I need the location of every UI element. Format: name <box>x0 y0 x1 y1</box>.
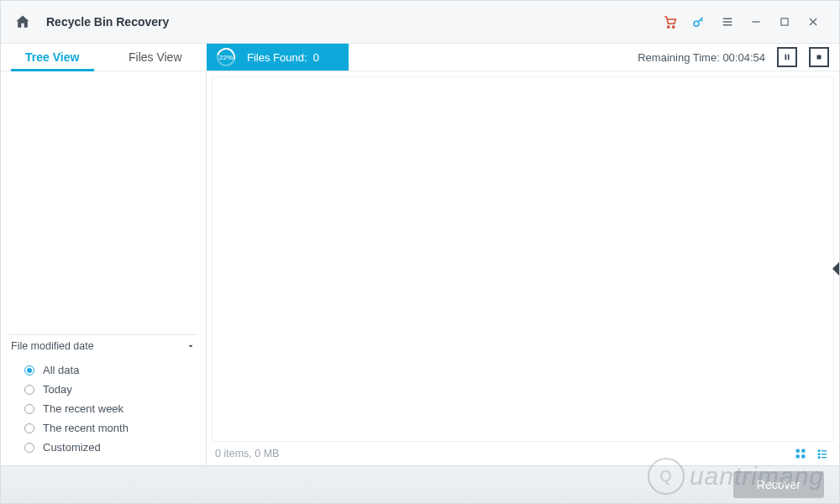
svg-point-0 <box>668 26 669 28</box>
svg-rect-3 <box>781 18 788 25</box>
filter-option[interactable]: The recent week <box>24 399 194 418</box>
filter-option[interactable]: Today <box>24 380 194 399</box>
svg-rect-9 <box>796 454 800 458</box>
svg-point-2 <box>694 21 699 26</box>
svg-rect-10 <box>801 454 805 458</box>
svg-rect-8 <box>801 449 805 453</box>
pause-button[interactable] <box>777 47 797 67</box>
chevron-down-icon <box>186 341 196 351</box>
filter-option-label: Customized <box>43 441 101 454</box>
svg-rect-11 <box>818 449 821 452</box>
radio-icon <box>24 443 34 453</box>
content-area: 0 items, 0 MB <box>207 71 839 465</box>
status-summary: 0 items, 0 MB <box>215 448 279 459</box>
stop-button[interactable] <box>809 47 829 67</box>
filter-option-label: The recent month <box>43 422 129 434</box>
remaining-time: Remaining Time: 00:04:54 <box>638 44 839 71</box>
recover-button[interactable]: Recover <box>733 471 824 498</box>
filter-option-label: Today <box>43 383 72 396</box>
radio-icon <box>24 365 34 375</box>
tree-area <box>1 71 206 331</box>
svg-rect-16 <box>822 457 827 458</box>
tab-files-view[interactable]: Files View <box>104 44 207 71</box>
filter-option-label: All data <box>43 364 79 376</box>
filter-option[interactable]: Customized <box>24 438 194 457</box>
filter-option[interactable]: The recent month <box>24 418 194 438</box>
radio-icon <box>24 423 34 433</box>
filter-title: File modified date <box>11 340 94 352</box>
radio-icon <box>24 404 34 414</box>
maximize-button[interactable] <box>772 9 797 34</box>
cart-icon[interactable] <box>658 9 683 34</box>
collapse-panel-icon[interactable] <box>832 262 839 276</box>
page-title: Recycle Bin Recovery <box>46 15 169 29</box>
progress-ring-icon: 22% <box>217 48 235 66</box>
title-bar: Recycle Bin Recovery <box>1 1 839 44</box>
svg-rect-4 <box>785 55 787 60</box>
grid-view-icon[interactable] <box>792 445 809 462</box>
files-found-label: Files Found: 0 <box>247 51 319 64</box>
sidebar: File modified date All dataTodayThe rece… <box>1 71 207 465</box>
svg-rect-15 <box>818 456 821 459</box>
list-view-icon[interactable] <box>814 445 831 462</box>
filter-option[interactable]: All data <box>24 360 194 380</box>
radio-icon <box>24 385 34 395</box>
filter-option-label: The recent week <box>43 402 123 415</box>
svg-point-1 <box>673 26 675 28</box>
tab-tree-view[interactable]: Tree View <box>1 44 104 71</box>
bottom-bar: Recover <box>1 465 839 503</box>
svg-rect-13 <box>818 453 821 455</box>
close-button[interactable] <box>801 9 826 34</box>
results-list <box>212 76 834 442</box>
menu-icon[interactable] <box>715 9 740 34</box>
filter-header[interactable]: File modified date <box>9 334 197 357</box>
svg-rect-6 <box>817 55 822 60</box>
minimize-button[interactable] <box>743 9 769 34</box>
home-icon[interactable] <box>14 13 31 30</box>
scan-bar: Tree View Files View 22% Files Found: 0 … <box>1 44 839 71</box>
scan-progress-chip: 22% Files Found: 0 <box>207 44 349 71</box>
svg-rect-7 <box>796 449 800 453</box>
svg-rect-12 <box>822 450 827 451</box>
key-icon[interactable] <box>686 9 711 34</box>
svg-rect-5 <box>788 55 790 60</box>
svg-rect-14 <box>822 454 827 454</box>
